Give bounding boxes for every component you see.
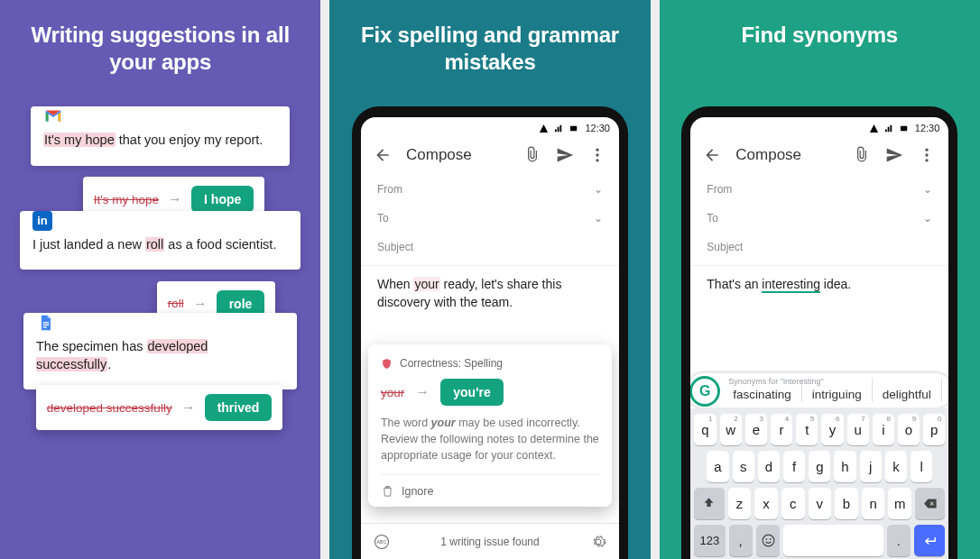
to-field[interactable]: To⌄ (690, 204, 948, 233)
phone-frame: 12:30 Compose From⌄ To⌄ Subject That's a… (681, 106, 957, 559)
key-dark wide[interactable] (915, 488, 945, 519)
key-h[interactable]: h (834, 451, 855, 482)
from-field[interactable]: From⌄ (361, 175, 619, 204)
email-body[interactable]: When your ready, let's share this discov… (361, 265, 619, 319)
key-k[interactable]: k (885, 451, 907, 482)
svg-point-4 (596, 149, 598, 151)
key-g[interactable]: g (809, 451, 830, 482)
panel-synonyms: Find synonyms 12:30 Compose From⌄ To⌄ Su… (660, 0, 980, 559)
phone-frame: 12:30 Compose From⌄ To⌄ Subject When you… (352, 106, 628, 559)
attach-icon[interactable] (523, 146, 541, 164)
key-n[interactable]: n (862, 488, 885, 519)
suggestion-pill[interactable]: I hope (191, 186, 254, 213)
key-z[interactable]: z (728, 488, 752, 519)
key-dark wide[interactable] (694, 488, 724, 519)
screen-title: Compose (406, 146, 509, 164)
attach-icon[interactable] (853, 146, 871, 164)
key-r[interactable]: r4 (771, 414, 792, 445)
keyboard: q1w2e3r4t5y6u7i8o9p0asdfghjklzxcvbnm123,… (690, 408, 948, 559)
panel-spelling-grammar: Fix spelling and grammar mistakes 12:30 … (329, 0, 650, 559)
phone-screen: 12:30 Compose From⌄ To⌄ Subject When you… (361, 117, 619, 559)
svg-point-12 (926, 159, 929, 161)
status-bar: 12:30 (361, 117, 619, 135)
key-u[interactable]: u7 (847, 414, 869, 445)
key-enter[interactable] (914, 525, 945, 556)
key-123[interactable]: 123 (694, 525, 725, 556)
key-s[interactable]: s (733, 451, 754, 482)
svg-rect-2 (43, 326, 47, 327)
email-body[interactable]: That's an interesting idea. (690, 265, 948, 300)
key-l[interactable]: l (911, 451, 932, 482)
linkedin-icon: in (32, 211, 52, 231)
suggestion-pill[interactable]: you're (440, 379, 503, 406)
key-,[interactable]: , (729, 525, 753, 556)
key-e[interactable]: e3 (745, 414, 767, 445)
key-j[interactable]: j (860, 451, 882, 482)
key-p[interactable]: p0 (923, 414, 945, 445)
gmail-icon (43, 106, 63, 126)
key-w[interactable]: w2 (720, 414, 742, 445)
svg-rect-1 (43, 325, 50, 325)
key-dark[interactable] (756, 525, 780, 556)
card-gmail: It's my hope that you enjoy my report. I… (31, 106, 290, 166)
to-field[interactable]: To⌄ (361, 204, 619, 233)
svg-point-14 (765, 538, 767, 540)
svg-rect-3 (570, 125, 577, 131)
svg-text:ABC: ABC (377, 539, 387, 545)
ignore-button[interactable]: Ignore (381, 474, 599, 498)
correction-card: Correctness: Spelling your → you're The … (368, 344, 612, 507)
synonym-bar: G Synonyms for "interesting" fascinating… (690, 373, 948, 408)
gear-icon[interactable] (590, 534, 606, 550)
synonym-option[interactable]: en (941, 379, 949, 402)
svg-point-6 (596, 159, 598, 161)
send-icon[interactable] (885, 146, 903, 164)
grammarly-icon[interactable]: G (690, 376, 720, 407)
key-i[interactable]: i8 (873, 414, 894, 445)
arrow-icon: → (168, 191, 182, 207)
phone-screen: 12:30 Compose From⌄ To⌄ Subject That's a… (690, 117, 948, 559)
arrow-icon: → (193, 296, 208, 312)
synonym-option[interactable]: delightful (872, 379, 941, 402)
status-time: 12:30 (585, 123, 610, 133)
subject-field[interactable]: Subject (361, 233, 619, 261)
synonym-title: Synonyms for "interesting" (728, 377, 823, 386)
back-icon[interactable] (703, 146, 721, 164)
footer-text: 1 writing issue found (440, 536, 539, 548)
key-space[interactable] (783, 525, 883, 556)
shield-icon (381, 358, 393, 370)
key-q[interactable]: q1 (694, 414, 716, 445)
key-f[interactable]: f (783, 451, 805, 482)
key-.[interactable]: . (887, 525, 911, 556)
key-c[interactable]: c (781, 488, 805, 519)
from-field[interactable]: From⌄ (690, 175, 948, 204)
key-v[interactable]: v (809, 488, 832, 519)
key-d[interactable]: d (758, 451, 780, 482)
panel2-title: Fix spelling and grammar mistakes (329, 0, 650, 94)
send-icon[interactable] (556, 146, 574, 164)
key-m[interactable]: m (888, 488, 911, 519)
trash-icon (381, 484, 394, 498)
key-y[interactable]: y6 (821, 414, 843, 445)
shift-icon (701, 496, 717, 511)
more-icon[interactable] (588, 146, 606, 164)
abc-icon[interactable]: ABC (374, 534, 390, 550)
svg-point-15 (769, 538, 771, 540)
app-bar: Compose (690, 135, 948, 175)
svg-point-13 (763, 535, 774, 546)
emoji-icon (761, 533, 776, 548)
panel3-title: Find synonyms (660, 0, 980, 67)
correction-row: your → you're (381, 379, 599, 406)
svg-point-11 (926, 153, 929, 156)
status-bar: 12:30 (690, 117, 948, 135)
key-x[interactable]: x (754, 488, 778, 519)
key-b[interactable]: b (835, 488, 858, 519)
suggestion-pill[interactable]: thrived (205, 394, 273, 421)
key-t[interactable]: t5 (796, 414, 818, 445)
subject-field[interactable]: Subject (690, 233, 948, 261)
back-icon[interactable] (374, 146, 392, 164)
original-text: roll (168, 297, 184, 310)
key-a[interactable]: a (707, 451, 728, 482)
screen-title: Compose (735, 146, 838, 164)
key-o[interactable]: o9 (898, 414, 920, 445)
more-icon[interactable] (918, 146, 936, 164)
